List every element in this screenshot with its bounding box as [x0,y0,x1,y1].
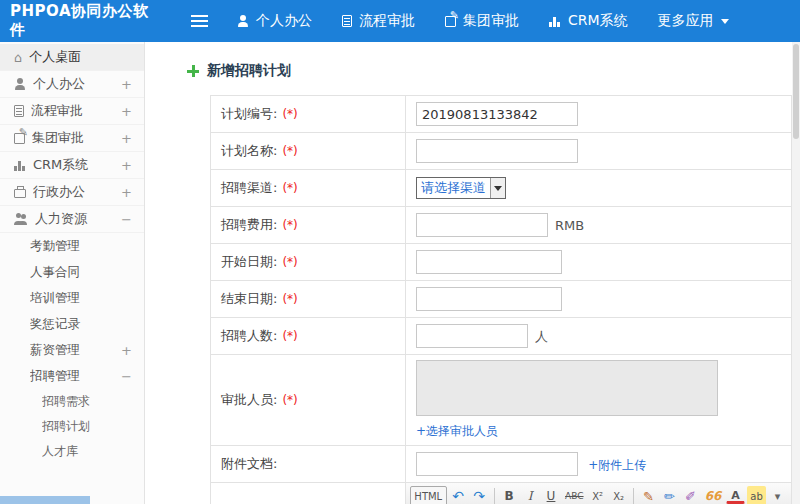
page-title: 新增招聘计划 [187,62,800,80]
sidebar-collapse-button[interactable] [176,15,222,28]
toolbar-more-button[interactable]: ▾ [768,486,787,504]
strikethrough-button[interactable]: ABC [563,486,587,504]
headcount-input[interactable] [416,324,528,348]
workflow-icon [14,105,24,117]
collapse-toggle[interactable]: − [117,212,132,227]
form-row-cost: 招聘费用:(*) RMB [211,207,792,244]
expand-toggle[interactable]: + [117,343,132,358]
form-row-editor: HTML ↶ ↷ B I U ABC X² X₂ ✎ ✏ [211,483,792,504]
expand-toggle[interactable]: + [117,77,132,92]
required-mark: (*) [282,144,297,158]
form-row-start-date: 开始日期:(*) [211,244,792,281]
start-date-input[interactable] [416,250,562,274]
form-row-channel: 招聘渠道:(*) 请选择渠道 [211,170,792,207]
eraser-icon[interactable]: ✎ [639,486,658,504]
sidebar-item-training[interactable]: 培训管理 [0,285,144,311]
sidebar: ⌂ 个人桌面 个人办公 + 流程审批 + 集团审批 + CRM系统 + [0,42,145,504]
expand-toggle[interactable]: + [117,104,132,119]
scrollbar-thumb[interactable] [793,44,799,139]
font-color-button[interactable]: A [726,488,745,504]
sidebar-item-personal-office[interactable]: 个人办公 + [0,71,144,98]
sidebar-item-group-approval[interactable]: 集团审批 + [0,125,144,152]
toolbar-divider [633,488,634,504]
end-date-input[interactable] [416,287,562,311]
approver-textarea[interactable] [416,360,718,416]
sidebar-item-hr-contract[interactable]: 人事合同 [0,259,144,285]
subscript-button[interactable]: X₂ [609,486,628,504]
workflow-icon [342,15,352,27]
recruitment-plan-form: 计划编号:(*) 计划名称:(*) 招聘渠道:(*) [210,95,792,504]
nav-item-group-approval[interactable]: 集团审批 [430,0,534,42]
attachment-upload-link[interactable]: +附件上传 [588,458,646,472]
format-brush-icon[interactable]: ✏ [660,486,679,504]
required-mark: (*) [282,393,297,407]
editor-toolbar-row1: HTML ↶ ↷ B I U ABC X² X₂ ✎ ✏ [406,483,791,504]
form-row-headcount: 招聘人数:(*) 人 [211,318,792,355]
form-row-attachment: 附件文档: +附件上传 [211,446,792,483]
end-date-label: 结束日期: [221,291,277,306]
sidebar-item-workflow-approval[interactable]: 流程审批 + [0,98,144,125]
start-date-label: 开始日期: [221,254,277,269]
navbar-items: 个人办公 流程审批 集团审批 CRM系统 更多应用 [222,0,744,42]
nav-item-personal-office[interactable]: 个人办公 [222,0,327,42]
app-brand: PHPOA协同办公软件 [0,2,150,40]
collapse-toggle[interactable]: − [117,369,132,384]
nav-item-label: 更多应用 [658,12,714,30]
cost-input[interactable] [416,213,548,237]
superscript-button[interactable]: X² [588,486,607,504]
vertical-scrollbar[interactable] [792,42,800,504]
nav-item-label: CRM系统 [568,12,628,30]
select-approver-link[interactable]: +选择审批人员 [416,424,498,438]
plan-name-input[interactable] [416,139,578,163]
attachment-input[interactable] [416,452,578,476]
sidebar-item-rewards[interactable]: 奖惩记录 [0,311,144,337]
plan-no-input[interactable] [416,102,578,126]
channel-select-value: 请选择渠道 [421,179,486,197]
sidebar-item-desktop[interactable]: ⌂ 个人桌面 [0,44,144,71]
briefcase-icon [14,189,26,198]
undo-icon[interactable]: ↶ [449,486,468,504]
italic-button[interactable]: I [521,486,540,504]
caret-down-icon [721,19,729,24]
bold-button[interactable]: B [500,486,519,504]
sidebar-item-recruitment[interactable]: 招聘管理 − [0,363,144,389]
required-mark: (*) [282,255,297,269]
plan-no-label: 计划编号: [221,106,277,121]
sidebar-item-hr[interactable]: 人力资源 − [0,206,144,233]
underline-button[interactable]: U [542,486,561,504]
cost-unit: RMB [555,218,584,233]
channel-select[interactable]: 请选择渠道 [416,177,506,199]
sidebar-item-salary[interactable]: 薪资管理 + [0,337,144,363]
sidebar-item-admin-office[interactable]: 行政办公 + [0,179,144,206]
blockquote-button[interactable]: 66 [702,486,724,504]
html-source-button[interactable]: HTML [410,486,447,504]
headcount-unit: 人 [535,329,548,344]
sidebar-item-attendance[interactable]: 考勤管理 [0,233,144,259]
plan-name-label: 计划名称: [221,143,277,158]
bar-chart-icon [549,16,561,27]
form-row-plan-no: 计划编号:(*) [211,96,792,133]
sidebar-partial-item [0,496,90,504]
nav-item-label: 流程审批 [359,12,415,30]
person-icon [237,15,249,27]
nav-item-crm[interactable]: CRM系统 [534,0,643,42]
sidebar-item-recruit-demand[interactable]: 招聘需求 [0,389,144,414]
highlight-color-button[interactable]: ab [747,486,766,504]
sidebar-item-crm[interactable]: CRM系统 + [0,152,144,179]
sidebar-item-talent-pool[interactable]: 人才库 [0,439,144,464]
caret-down-icon [490,178,505,198]
main-area: ⌂ 个人桌面 个人办公 + 流程审批 + 集团审批 + CRM系统 + [0,42,800,504]
redo-icon[interactable]: ↷ [470,486,489,504]
expand-toggle[interactable]: + [117,131,132,146]
form-row-end-date: 结束日期:(*) [211,281,792,318]
nav-item-more-apps[interactable]: 更多应用 [643,0,744,42]
expand-toggle[interactable]: + [117,158,132,173]
expand-toggle[interactable]: + [117,185,132,200]
bar-chart-icon [14,160,26,171]
nav-item-workflow-approval[interactable]: 流程审批 [327,0,430,42]
sidebar-item-recruit-plan[interactable]: 招聘计划 [0,414,144,439]
channel-label: 招聘渠道: [221,180,277,195]
person-icon [14,78,26,90]
pen-icon[interactable]: ✐ [681,486,700,504]
nav-item-label: 集团审批 [463,12,519,30]
